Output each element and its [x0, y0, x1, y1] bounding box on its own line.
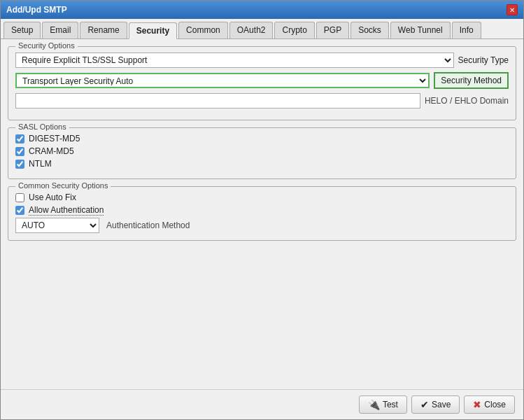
- auth-method-label: Authentication Method: [106, 220, 190, 230]
- tab-socks[interactable]: Socks: [350, 22, 389, 38]
- ntlm-label: NTLM: [29, 159, 52, 169]
- security-options-label: Security Options: [15, 41, 78, 50]
- cram-md5-row: CRAM-MD5: [15, 146, 509, 156]
- tab-pgp[interactable]: PGP: [316, 22, 349, 38]
- ntlm-row: NTLM: [15, 159, 509, 169]
- security-method-select[interactable]: Transport Layer Security Auto Transport …: [15, 73, 430, 88]
- tab-security[interactable]: Security: [129, 22, 177, 39]
- digest-md5-checkbox[interactable]: [15, 134, 24, 144]
- tab-oauth2[interactable]: OAuth2: [229, 22, 274, 38]
- helo-row: HELO / EHLO Domain: [15, 93, 509, 108]
- tab-web-tunnel[interactable]: Web Tunnel: [390, 22, 451, 38]
- close-icon: ✖: [473, 399, 481, 410]
- digest-md5-label: DIGEST-MD5: [29, 134, 80, 144]
- security-method-row: Transport Layer Security Auto Transport …: [15, 72, 509, 89]
- close-button[interactable]: ✖ Close: [464, 396, 515, 414]
- use-auto-fix-row: Use Auto Fix: [15, 192, 509, 202]
- allow-auth-checkbox[interactable]: [15, 206, 24, 215]
- security-type-select[interactable]: Require Explicit TLS/SSL Support None Au…: [15, 52, 454, 68]
- save-icon: ✔: [420, 399, 429, 410]
- security-options-group: Security Options Require Explicit TLS/SS…: [8, 46, 516, 120]
- window-title: Add/Upd SMTP: [6, 5, 67, 15]
- window-close-button[interactable]: ✕: [507, 4, 518, 15]
- tab-common[interactable]: Common: [178, 22, 228, 38]
- allow-auth-label: Allow Authentication: [29, 205, 104, 215]
- use-auto-fix-checkbox[interactable]: [15, 193, 24, 202]
- cram-md5-label: CRAM-MD5: [29, 146, 74, 156]
- common-security-label: Common Security Options: [15, 181, 111, 190]
- helo-domain-input[interactable]: [15, 93, 420, 108]
- auth-method-row: AUTO PLAIN LOGIN DIGEST-MD5 CRAM-MD5 NTL…: [15, 218, 509, 233]
- tab-info[interactable]: Info: [452, 22, 481, 38]
- allow-auth-row: Allow Authentication: [15, 205, 509, 215]
- title-bar: Add/Upd SMTP ✕: [1, 1, 523, 19]
- common-security-group: Common Security Options Use Auto Fix All…: [8, 186, 516, 241]
- footer: 🔌 Test ✔ Save ✖ Close: [1, 389, 523, 419]
- tab-rename[interactable]: Rename: [80, 22, 127, 38]
- tab-email[interactable]: Email: [42, 22, 78, 38]
- ntlm-checkbox[interactable]: [15, 160, 24, 169]
- use-auto-fix-label: Use Auto Fix: [29, 192, 76, 202]
- security-method-button[interactable]: Security Method: [434, 72, 509, 89]
- helo-domain-label: HELO / EHLO Domain: [425, 96, 509, 106]
- tab-crypto[interactable]: Crypto: [274, 22, 314, 38]
- test-button[interactable]: 🔌 Test: [359, 396, 407, 414]
- security-type-select-wrapper: Require Explicit TLS/SSL Support None Au…: [15, 52, 454, 68]
- sasl-options-group: SASL Options DIGEST-MD5 CRAM-MD5 NTLM: [8, 127, 516, 179]
- tab-setup[interactable]: Setup: [3, 22, 41, 38]
- test-icon: 🔌: [368, 399, 380, 410]
- tab-bar: Setup Email Rename Security Common OAuth…: [1, 19, 523, 39]
- cram-md5-checkbox[interactable]: [15, 147, 24, 156]
- security-type-label: Security Type: [458, 55, 509, 65]
- save-button[interactable]: ✔ Save: [411, 396, 460, 414]
- sasl-options-label: SASL Options: [15, 122, 69, 131]
- main-window: Add/Upd SMTP ✕ Setup Email Rename Securi…: [0, 0, 524, 420]
- security-type-row: Require Explicit TLS/SSL Support None Au…: [15, 52, 509, 68]
- auth-method-select[interactable]: AUTO PLAIN LOGIN DIGEST-MD5 CRAM-MD5 NTL…: [15, 218, 99, 233]
- tab-content: Security Options Require Explicit TLS/SS…: [1, 39, 523, 389]
- digest-md5-row: DIGEST-MD5: [15, 134, 509, 144]
